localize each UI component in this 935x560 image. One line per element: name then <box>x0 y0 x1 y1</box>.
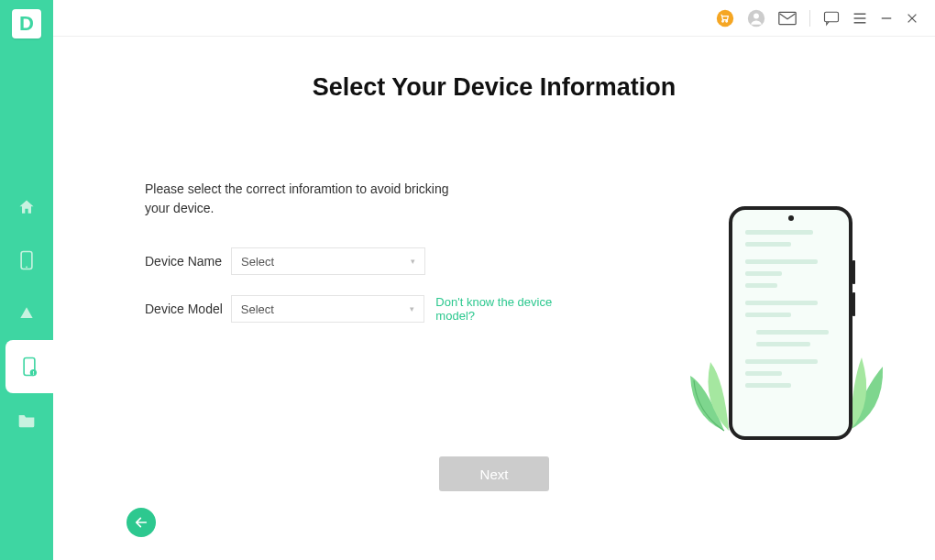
sidebar-item-files[interactable] <box>0 393 53 446</box>
cart-icon[interactable] <box>716 9 734 27</box>
sidebar-item-home[interactable] <box>0 181 53 234</box>
svg-point-7 <box>754 13 759 18</box>
device-name-value: Select <box>241 255 274 269</box>
svg-rect-9 <box>825 12 839 22</box>
sidebar-item-cloud[interactable] <box>0 287 53 340</box>
svg-rect-8 <box>779 12 796 24</box>
page-title: Select Your Device Information <box>53 73 935 102</box>
titlebar <box>53 0 935 37</box>
chevron-down-icon: ▾ <box>410 304 414 313</box>
minimize-icon[interactable] <box>880 12 893 25</box>
device-name-select[interactable]: Select ▾ <box>231 247 425 275</box>
close-icon[interactable] <box>906 12 918 25</box>
menu-icon[interactable] <box>852 12 867 25</box>
home-icon <box>17 198 36 216</box>
feedback-icon[interactable] <box>823 10 840 27</box>
sidebar: D ! <box>0 0 53 560</box>
app-logo-text: D <box>19 12 34 36</box>
instruction-text: Please select the correct inforamtion to… <box>145 180 456 218</box>
user-icon[interactable] <box>747 9 765 27</box>
sidebar-item-device[interactable] <box>0 234 53 287</box>
chevron-down-icon: ▾ <box>411 257 415 266</box>
svg-text:!: ! <box>32 370 34 376</box>
device-model-row: Device Model Select ▾ Don't know the dev… <box>145 295 594 323</box>
main-content: Select Your Device Information Please se… <box>53 37 935 560</box>
app-logo[interactable]: D <box>12 9 41 38</box>
cloud-icon <box>17 304 36 323</box>
device-model-value: Select <box>241 302 274 316</box>
sidebar-nav: ! <box>0 181 53 446</box>
sidebar-item-repair[interactable]: ! <box>6 340 53 393</box>
device-model-select[interactable]: Select ▾ <box>231 295 425 323</box>
device-illustration <box>688 206 880 454</box>
phone-graphic <box>729 206 852 440</box>
svg-point-5 <box>717 9 733 26</box>
mail-icon[interactable] <box>778 11 797 26</box>
phone-alert-icon: ! <box>21 357 38 377</box>
phone-icon <box>18 250 35 270</box>
back-button[interactable] <box>126 508 156 537</box>
titlebar-divider <box>809 10 810 27</box>
svg-point-1 <box>26 266 28 268</box>
device-model-help-link[interactable]: Don't know the device model? <box>435 295 594 323</box>
device-model-label: Device Model <box>145 302 231 316</box>
folder-icon <box>17 412 36 428</box>
next-button[interactable]: Next <box>439 456 549 491</box>
form-area: Please select the correct inforamtion to… <box>145 180 594 343</box>
device-name-label: Device Name <box>145 254 231 269</box>
device-name-row: Device Name Select ▾ <box>145 247 594 275</box>
arrow-left-icon <box>134 515 148 530</box>
